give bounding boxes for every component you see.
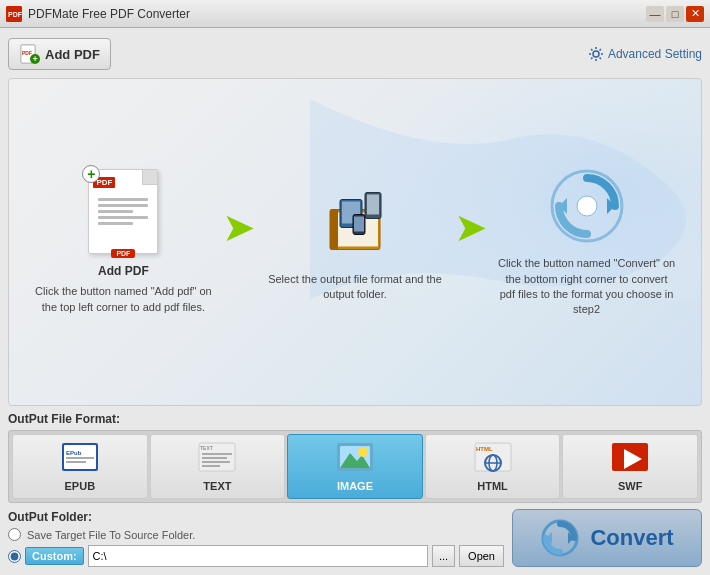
- step-3: Click the button named "Convert" on the …: [497, 166, 677, 318]
- app-title: PDFMate Free PDF Converter: [28, 7, 190, 21]
- convert-icon: [540, 518, 580, 558]
- svg-rect-25: [66, 457, 94, 459]
- html-icon: HTML: [473, 441, 513, 476]
- save-to-source-label: Save Target File To Source Folder.: [27, 529, 195, 541]
- image-label: IMAGE: [337, 480, 373, 492]
- close-button[interactable]: ✕: [686, 6, 704, 22]
- add-pdf-label: Add PDF: [45, 47, 100, 62]
- svg-rect-10: [330, 209, 338, 249]
- add-pdf-icon: PDF +: [19, 43, 41, 65]
- output-folder-label: OutPut Folder:: [8, 510, 504, 524]
- step-2: Select the output file format and the ou…: [265, 182, 445, 303]
- svg-rect-32: [202, 465, 220, 467]
- arrow-1: ➤: [222, 204, 256, 250]
- convert-label: Convert: [590, 525, 673, 551]
- add-pdf-step-badge: PDF: [111, 249, 135, 258]
- gear-icon: [588, 46, 604, 62]
- add-pdf-button[interactable]: PDF + Add PDF: [8, 38, 111, 70]
- output-format-section: OutPut File Format: EPub EPUB TEXT: [8, 412, 702, 503]
- image-icon: [335, 441, 375, 476]
- advanced-setting-button[interactable]: Advanced Setting: [588, 46, 702, 62]
- titlebar-left: PDF PDFMate Free PDF Converter: [6, 6, 190, 22]
- svg-rect-31: [202, 461, 230, 463]
- svg-text:PDF: PDF: [22, 50, 32, 56]
- svg-point-21: [577, 196, 597, 216]
- titlebar: PDF PDFMate Free PDF Converter — □ ✕: [0, 0, 710, 28]
- step1-action-label: Add PDF: [98, 264, 149, 278]
- window-controls: — □ ✕: [646, 6, 704, 22]
- format-tab-epub[interactable]: EPub EPUB: [12, 434, 148, 499]
- svg-text:HTML: HTML: [476, 446, 493, 452]
- format-tabs: EPub EPUB TEXT TEXT: [8, 430, 702, 503]
- save-to-source-row: Save Target File To Source Folder.: [8, 528, 504, 541]
- format-tab-swf[interactable]: SWF: [562, 434, 698, 499]
- step3-description: Click the button named "Convert" on the …: [497, 256, 677, 318]
- svg-text:+: +: [33, 54, 38, 64]
- step1-icon: PDF + PDF: [88, 169, 158, 254]
- svg-rect-29: [202, 453, 232, 455]
- svg-rect-15: [367, 194, 379, 214]
- browse-button[interactable]: ...: [432, 545, 455, 567]
- step2-description: Select the output file format and the ou…: [265, 272, 445, 303]
- doc-line: [98, 210, 133, 213]
- minimize-button[interactable]: —: [646, 6, 664, 22]
- custom-radio[interactable]: [8, 550, 21, 563]
- step3-icon: [547, 166, 627, 246]
- open-button[interactable]: Open: [459, 545, 504, 567]
- doc-lines: [98, 195, 148, 228]
- doc-line: [98, 204, 148, 207]
- arrow-2: ➤: [454, 204, 488, 250]
- step-1: PDF + PDF Add PDF Click the button named…: [33, 169, 213, 315]
- step2-icon: [315, 182, 395, 262]
- custom-folder-row: Custom: ... Open: [8, 545, 504, 567]
- text-label: TEXT: [203, 480, 231, 492]
- radio-group: Save Target File To Source Folder. Custo…: [8, 528, 504, 567]
- pdf-document-icon: PDF: [88, 169, 158, 254]
- swf-label: SWF: [618, 480, 642, 492]
- save-to-source-radio[interactable]: [8, 528, 21, 541]
- doc-line: [98, 216, 148, 219]
- svg-text:TEXT: TEXT: [200, 445, 213, 451]
- epub-label: EPUB: [65, 480, 96, 492]
- text-icon: TEXT: [197, 441, 237, 476]
- format-tab-image[interactable]: IMAGE: [287, 434, 423, 499]
- svg-text:EPub: EPub: [66, 450, 82, 456]
- maximize-button[interactable]: □: [666, 6, 684, 22]
- toolbar: PDF + Add PDF Advanced Setting: [8, 36, 702, 72]
- custom-label-box: Custom:: [25, 547, 84, 565]
- hero-area: PDF + PDF Add PDF Click the button named…: [8, 78, 702, 406]
- svg-rect-30: [202, 457, 227, 459]
- convert-button[interactable]: Convert: [512, 509, 702, 567]
- output-format-label: OutPut File Format:: [8, 412, 702, 426]
- svg-rect-26: [66, 461, 86, 463]
- format-tab-html[interactable]: HTML HTML: [425, 434, 561, 499]
- app-icon: PDF: [6, 6, 22, 22]
- output-folder-section: OutPut Folder: Save Target File To Sourc…: [8, 510, 504, 567]
- svg-point-36: [358, 447, 368, 457]
- epub-icon: EPub: [60, 441, 100, 476]
- steps-container: PDF + PDF Add PDF Click the button named…: [9, 146, 701, 338]
- html-label: HTML: [477, 480, 508, 492]
- doc-line: [98, 222, 133, 225]
- path-input[interactable]: [88, 545, 428, 567]
- step1-description: Click the button named "Add pdf" on the …: [33, 284, 213, 315]
- svg-text:PDF: PDF: [8, 11, 22, 18]
- format-tab-text[interactable]: TEXT TEXT: [150, 434, 286, 499]
- main-window: PDF + Add PDF Advanced Setting: [0, 28, 710, 575]
- advanced-setting-label: Advanced Setting: [608, 47, 702, 61]
- swf-icon: [610, 441, 650, 476]
- svg-point-7: [593, 51, 599, 57]
- doc-line: [98, 198, 148, 201]
- bottom-row: OutPut Folder: Save Target File To Sourc…: [8, 509, 702, 567]
- svg-rect-17: [354, 216, 364, 231]
